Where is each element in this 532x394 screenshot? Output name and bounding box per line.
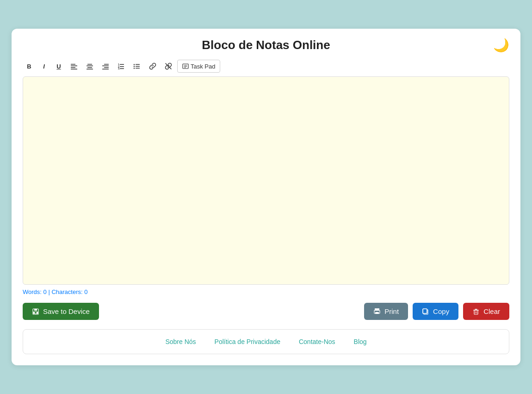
svg-rect-23 xyxy=(136,68,140,69)
footer: Sobre Nós Política de Privacidade Contat… xyxy=(23,329,509,354)
page-title: Bloco de Notas Online xyxy=(202,38,330,52)
task-pad-icon xyxy=(182,63,189,69)
link-icon xyxy=(149,63,156,70)
chars-value: 0 xyxy=(84,288,87,295)
svg-rect-40 xyxy=(474,310,478,314)
words-label: Words: xyxy=(23,288,42,295)
svg-rect-8 xyxy=(104,64,109,65)
ordered-list-button[interactable]: 1. 2. 3. xyxy=(114,60,128,73)
svg-point-18 xyxy=(134,64,135,65)
dark-mode-toggle[interactable]: 🌙 xyxy=(493,38,509,53)
task-pad-button[interactable]: Task Pad xyxy=(177,60,220,73)
svg-rect-6 xyxy=(87,67,92,68)
align-left-button[interactable] xyxy=(67,60,81,73)
svg-point-20 xyxy=(134,66,135,67)
svg-rect-35 xyxy=(375,312,379,314)
svg-rect-5 xyxy=(87,66,93,67)
print-button-label: Print xyxy=(384,307,399,315)
unordered-list-button[interactable] xyxy=(130,60,144,73)
svg-rect-21 xyxy=(136,66,140,67)
save-to-device-button[interactable]: Save to Device xyxy=(23,303,99,320)
print-button[interactable]: Print xyxy=(364,303,408,320)
svg-rect-2 xyxy=(71,67,75,68)
actions-row: Save to Device Print Copy xyxy=(23,303,509,320)
align-center-button[interactable] xyxy=(83,60,97,73)
svg-rect-17 xyxy=(120,69,124,69)
copy-button-label: Copy xyxy=(433,307,449,315)
align-left-icon xyxy=(70,63,78,70)
svg-rect-32 xyxy=(35,312,37,313)
unordered-list-icon xyxy=(133,63,141,70)
align-right-icon xyxy=(102,63,109,70)
svg-rect-10 xyxy=(104,67,109,68)
task-pad-label: Task Pad xyxy=(191,63,215,70)
header: Bloco de Notas Online 🌙 xyxy=(23,38,509,52)
svg-rect-38 xyxy=(423,309,427,313)
footer-link-privacidade[interactable]: Política de Privacidade xyxy=(215,338,280,345)
words-value: 0 xyxy=(43,288,47,295)
copy-icon xyxy=(422,308,429,315)
toolbar: B I U xyxy=(23,60,509,73)
italic-button[interactable]: I xyxy=(37,60,50,73)
svg-rect-0 xyxy=(71,64,75,65)
svg-point-36 xyxy=(378,311,379,312)
word-count-bar: Words: 0 | Characters: 0 xyxy=(23,288,509,295)
word-count-separator: | xyxy=(48,288,49,295)
clear-button[interactable]: Clear xyxy=(463,303,509,320)
clear-button-label: Clear xyxy=(483,307,500,315)
footer-link-contate-nos[interactable]: Contate-Nos xyxy=(299,338,335,345)
svg-point-22 xyxy=(134,68,135,69)
svg-rect-13 xyxy=(120,64,124,65)
main-container: Bloco de Notas Online 🌙 B I U xyxy=(12,29,520,365)
footer-link-blog[interactable]: Blog xyxy=(354,338,367,345)
svg-rect-9 xyxy=(102,66,109,67)
save-button-label: Save to Device xyxy=(43,307,90,315)
save-icon xyxy=(32,308,39,315)
unlink-button[interactable] xyxy=(161,60,175,73)
bold-button[interactable]: B xyxy=(23,60,36,73)
chars-label: Characters: xyxy=(51,288,82,295)
svg-rect-11 xyxy=(102,69,109,70)
svg-rect-30 xyxy=(34,309,37,311)
align-right-button[interactable] xyxy=(99,60,112,73)
link-button[interactable] xyxy=(146,60,160,73)
unlink-icon xyxy=(165,63,172,70)
svg-rect-19 xyxy=(136,64,140,65)
svg-rect-15 xyxy=(120,66,124,67)
right-buttons-group: Print Copy Clear xyxy=(364,303,509,320)
svg-rect-4 xyxy=(87,64,92,65)
editor-area[interactable] xyxy=(23,76,509,285)
copy-button[interactable]: Copy xyxy=(413,303,458,320)
align-center-icon xyxy=(86,63,93,70)
underline-button[interactable]: U xyxy=(52,60,65,73)
print-icon xyxy=(373,308,381,315)
footer-link-sobre-nos[interactable]: Sobre Nós xyxy=(165,338,196,345)
ordered-list-icon: 1. 2. 3. xyxy=(118,63,125,70)
svg-rect-1 xyxy=(71,66,77,67)
svg-rect-7 xyxy=(87,69,93,70)
trash-icon xyxy=(472,308,480,315)
svg-rect-3 xyxy=(71,69,77,70)
